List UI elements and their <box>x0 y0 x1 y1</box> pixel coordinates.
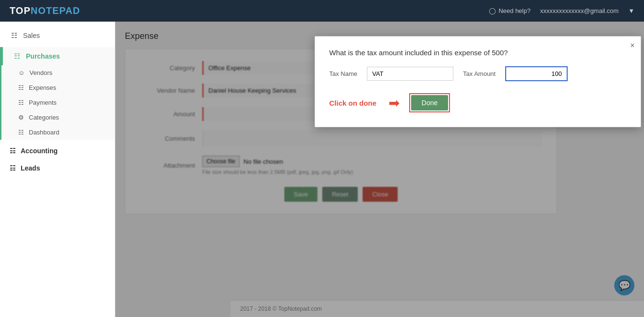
sidebar-item-label-accounting: Accounting <box>21 147 58 155</box>
sidebar-item-purchases[interactable]: ☷ Purchases <box>1 47 115 65</box>
layout: ☷ Sales ☷ Purchases ☺ Vendors ☷ Expenses… <box>0 22 644 317</box>
tax-name-label: Tax Name <box>329 70 358 77</box>
sidebar-item-label-expenses: Expenses <box>29 84 56 91</box>
sidebar-item-label-leads: Leads <box>21 164 40 172</box>
tax-amount-input[interactable] <box>505 66 568 81</box>
header-right: ◯ Need help? xxxxxxxxxxxxxx@gmail.com ▼ <box>489 7 634 14</box>
categories-icon: ⚙ <box>18 114 24 121</box>
modal-footer: Click on done ➡ Done <box>329 93 626 112</box>
dashboard-icon: ☷ <box>18 129 24 136</box>
sidebar-item-leads[interactable]: ☷ Leads <box>0 159 115 174</box>
sidebar-item-label-sales: Sales <box>23 32 40 39</box>
done-button-wrapper: Done <box>409 93 450 112</box>
sidebar: ☷ Sales ☷ Purchases ☺ Vendors ☷ Expenses… <box>0 22 115 317</box>
sidebar-item-label-purchases: Purchases <box>26 52 60 60</box>
sidebar-item-label-payments: Payments <box>29 99 57 106</box>
logo: TOPNOTEPAD <box>10 5 80 16</box>
purchases-section: ☷ Purchases ☺ Vendors ☷ Expenses ☷ Payme… <box>0 47 115 140</box>
sidebar-item-expenses[interactable]: ☷ Expenses <box>1 80 115 95</box>
help-text: Need help? <box>498 7 531 14</box>
arrow-right-icon: ➡ <box>389 95 400 111</box>
sidebar-item-vendors[interactable]: ☺ Vendors <box>1 65 115 80</box>
sidebar-item-label-dashboard: Dashboard <box>29 129 60 136</box>
sidebar-item-payments[interactable]: ☷ Payments <box>1 95 115 110</box>
sales-section: ☷ Sales <box>0 26 115 45</box>
sidebar-item-accounting[interactable]: ☷ Accounting <box>0 142 115 157</box>
vendors-icon: ☺ <box>18 69 24 76</box>
purchases-icon: ☷ <box>12 52 21 61</box>
sidebar-item-dashboard[interactable]: ☷ Dashboard <box>1 125 115 140</box>
modal-title: What is the tax amount included in this … <box>329 49 626 57</box>
sales-icon: ☷ <box>10 31 18 40</box>
click-on-done-text: Click on done <box>329 99 377 107</box>
payments-icon: ☷ <box>18 99 24 106</box>
accounting-section: ☷ Accounting <box>0 142 115 157</box>
tax-name-input[interactable] <box>367 67 453 81</box>
leads-section: ☷ Leads <box>0 159 115 174</box>
help-link[interactable]: ◯ Need help? <box>489 7 531 14</box>
accounting-icon: ☷ <box>10 147 16 155</box>
header: TOPNOTEPAD ◯ Need help? xxxxxxxxxxxxxx@g… <box>0 0 644 22</box>
tax-modal: × What is the tax amount included in thi… <box>315 36 641 127</box>
main-content: Expense Category Vendor Name Amount ⚙ Co… <box>115 22 644 317</box>
modal-close-button[interactable]: × <box>630 41 634 50</box>
sidebar-item-sales[interactable]: ☷ Sales <box>0 26 115 45</box>
sidebar-item-categories[interactable]: ⚙ Categories <box>1 110 115 125</box>
sidebar-item-label-categories: Categories <box>29 114 59 121</box>
modal-fields: Tax Name Tax Amount <box>329 66 626 81</box>
tax-amount-label: Tax Amount <box>463 70 496 77</box>
expenses-icon: ☷ <box>18 84 24 91</box>
help-icon: ◯ <box>489 7 496 14</box>
user-email: xxxxxxxxxxxxxx@gmail.com <box>540 7 619 14</box>
leads-icon: ☷ <box>10 164 16 172</box>
chevron-down-icon: ▼ <box>628 7 634 14</box>
done-button[interactable]: Done <box>411 95 448 110</box>
sidebar-item-label-vendors: Vendors <box>29 69 52 76</box>
